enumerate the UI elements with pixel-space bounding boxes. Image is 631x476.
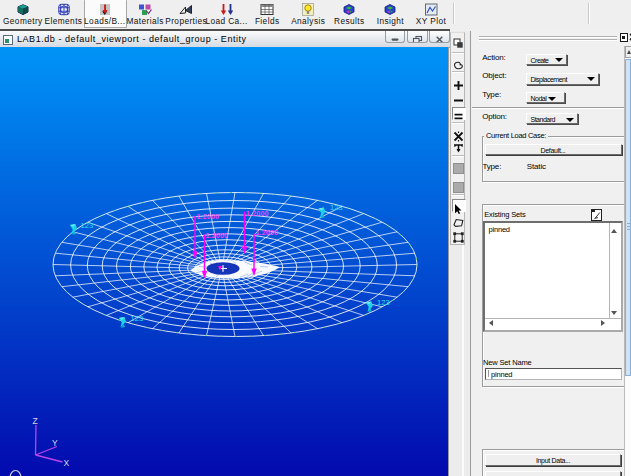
svg-text:1.2000: 1.2000 xyxy=(246,209,269,216)
svg-text:1.2000: 1.2000 xyxy=(256,229,279,236)
svg-text:X: X xyxy=(64,457,70,467)
svg-text:123: 123 xyxy=(377,297,390,306)
svg-text:123: 123 xyxy=(131,314,144,323)
svg-text:1.2000: 1.2000 xyxy=(197,213,220,220)
svg-text:1.2000: 1.2000 xyxy=(206,231,229,238)
svg-text:Z: Z xyxy=(33,415,38,425)
svg-text:123: 123 xyxy=(330,202,343,211)
svg-text:123: 123 xyxy=(81,220,94,229)
svg-text:Y: Y xyxy=(52,437,58,447)
